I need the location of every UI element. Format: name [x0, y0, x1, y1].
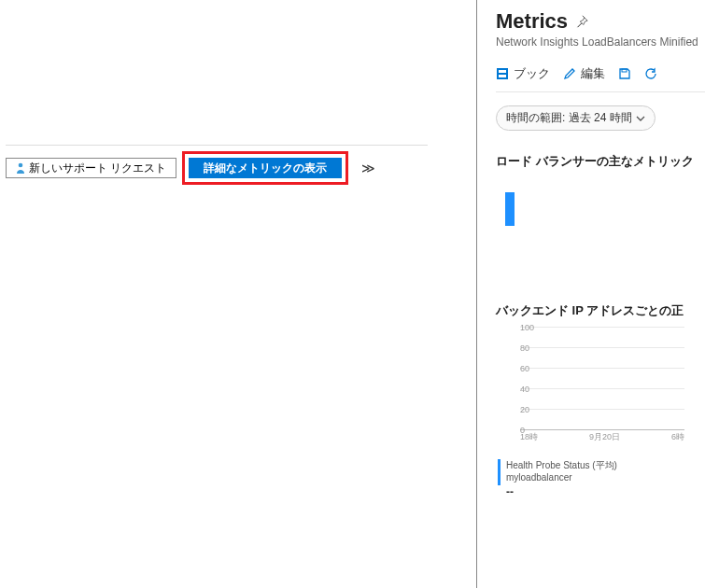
mini-bar-indicator	[505, 192, 515, 226]
chart-grid: 100 80 60 40 20 0	[498, 327, 684, 429]
section-title-main-metrics: ロード バランサーの主なメトリック	[496, 153, 705, 170]
y-tick: 100	[520, 323, 534, 332]
toolbar-book[interactable]: ブック	[496, 65, 550, 82]
time-range-pill[interactable]: 時間の範囲: 過去 24 時間	[496, 105, 656, 131]
toolbar-edit[interactable]: 編集	[563, 65, 605, 82]
pencil-icon	[563, 67, 576, 80]
pin-icon[interactable]	[575, 15, 588, 31]
x-tick: 9月20日	[589, 431, 620, 443]
legend-color-bar	[498, 459, 501, 485]
svg-rect-4	[622, 69, 627, 72]
highlight-box: 詳細なメトリックの表示	[182, 151, 348, 185]
detailed-metrics-button[interactable]: 詳細なメトリックの表示	[189, 158, 342, 178]
svg-rect-2	[499, 70, 506, 73]
toolbar-book-label: ブック	[514, 65, 550, 82]
svg-rect-3	[499, 75, 506, 77]
person-icon	[16, 162, 25, 174]
divider	[6, 145, 428, 146]
panel-title-row: Metrics	[496, 9, 705, 34]
svg-point-0	[19, 163, 23, 168]
chart-legend: Health Probe Status (平均) myloadbalancer …	[498, 459, 705, 500]
workbook-icon	[496, 67, 509, 80]
svg-rect-1	[497, 68, 508, 79]
legend-text: Health Probe Status (平均) myloadbalancer …	[506, 459, 617, 500]
more-chevron-icon[interactable]: ≫	[361, 161, 375, 175]
y-tick: 40	[520, 385, 529, 394]
legend-value: --	[506, 485, 617, 500]
save-icon	[618, 67, 631, 80]
health-probe-chart[interactable]: 100 80 60 40 20 0 18時 9月20日 6時	[498, 327, 705, 452]
x-tick: 6時	[671, 431, 684, 443]
legend-series-name: Health Probe Status (平均)	[506, 459, 617, 471]
chart-section: バックエンド IP アドレスごとの正 100 80 60 40 20 0 18時…	[496, 302, 705, 500]
support-btn-label: 新しいサポート リクエスト	[29, 161, 166, 176]
toolbar-refresh[interactable]	[644, 67, 657, 80]
y-tick: 80	[520, 343, 529, 353]
refresh-icon	[644, 67, 657, 80]
section-title-backend-ip: バックエンド IP アドレスごとの正	[496, 302, 705, 319]
breadcrumb: Network Insights LoadBalancers Minified	[496, 35, 705, 49]
left-panel: 新しいサポート リクエスト 詳細なメトリックの表示 ≫	[0, 0, 476, 588]
new-support-request-button[interactable]: 新しいサポート リクエスト	[6, 158, 176, 178]
legend-resource: myloadbalancer	[506, 471, 617, 483]
y-tick: 60	[520, 364, 529, 373]
time-range-label: 時間の範囲: 過去 24 時間	[506, 110, 632, 126]
chevron-down-icon	[636, 114, 645, 123]
panel-title: Metrics	[496, 9, 568, 34]
toolbar-save[interactable]	[618, 67, 631, 80]
toolbar: ブック 編集	[496, 65, 705, 92]
y-tick: 20	[520, 405, 529, 414]
x-axis-labels: 18時 9月20日 6時	[520, 431, 684, 443]
metrics-panel: Metrics Network Insights LoadBalancers M…	[476, 0, 705, 588]
y-tick: 0	[520, 426, 525, 435]
toolbar-edit-label: 編集	[581, 65, 605, 82]
button-row: 新しいサポート リクエスト 詳細なメトリックの表示 ≫	[6, 151, 375, 185]
